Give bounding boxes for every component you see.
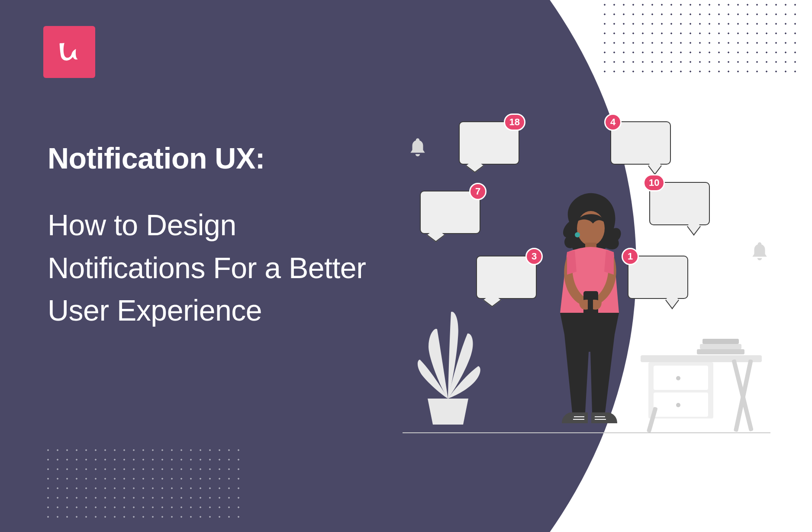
- notification-badge: 18: [504, 114, 525, 131]
- hero-graphic: Notification UX: How to Design Notificat…: [0, 0, 812, 532]
- speech-bubble: 18: [459, 121, 519, 165]
- heading-subtitle: How to Design Notifications For a Better…: [48, 204, 368, 332]
- speech-bubble: 10: [649, 182, 710, 225]
- speech-bubble: 4: [610, 121, 671, 165]
- notification-badge: 4: [604, 114, 622, 131]
- dot-pattern-bottom-left: [43, 445, 242, 523]
- bell-icon: [749, 238, 770, 264]
- svg-point-1: [575, 232, 580, 237]
- desk-decoration: [641, 338, 762, 433]
- logo-u-icon: [54, 37, 84, 67]
- illustration-area: 18 4 7 10 3 1: [403, 108, 770, 477]
- notification-badge: 10: [643, 174, 665, 191]
- brand-logo: [43, 26, 95, 78]
- heading-title: Notification UX:: [48, 139, 265, 178]
- bell-icon: [407, 134, 429, 160]
- speech-bubble: 7: [420, 191, 480, 234]
- notification-badge: 7: [469, 183, 487, 200]
- speech-bubble: 1: [628, 256, 688, 299]
- notification-badge: 3: [525, 248, 543, 265]
- plant-decoration: [403, 277, 493, 433]
- dot-pattern-top-right: [600, 0, 799, 78]
- person-illustration: [545, 191, 632, 434]
